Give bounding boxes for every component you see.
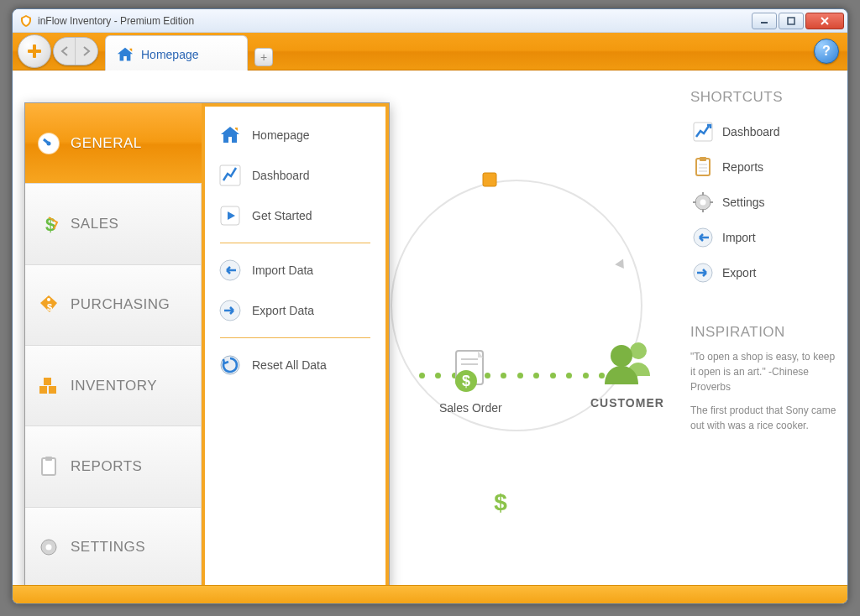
svg-point-29 — [47, 141, 51, 145]
svg-rect-1 — [788, 18, 794, 24]
menu-button[interactable] — [18, 34, 51, 68]
menu-cat-purchasing[interactable]: $ PURCHASING — [25, 265, 202, 346]
close-icon — [820, 16, 830, 26]
home-icon — [116, 46, 134, 63]
menu-item-label: Reset All Data — [252, 358, 327, 372]
shortcut-label: Import — [722, 231, 756, 244]
help-button[interactable]: ? — [814, 39, 839, 64]
shortcut-settings[interactable]: Settings — [690, 185, 837, 220]
tab-homepage[interactable]: Homepage — [105, 35, 248, 73]
menu-item-homepage[interactable]: Homepage — [208, 115, 382, 155]
diagram-node-top[interactable] — [481, 171, 500, 190]
svg-point-31 — [47, 298, 50, 301]
gear-icon — [692, 191, 714, 213]
window-controls — [750, 13, 844, 29]
svg-point-11 — [611, 345, 632, 367]
maximize-button[interactable] — [779, 13, 804, 29]
chart-arrow-icon — [218, 164, 242, 187]
plus-small-icon: + — [260, 50, 267, 64]
nav-forward-button[interactable] — [76, 38, 97, 65]
menu-cat-inventory[interactable]: INVENTORY — [25, 346, 202, 426]
inspiration-fact: The first product that Sony came out wit… — [690, 403, 837, 433]
menu-item-label: Import Data — [252, 264, 313, 277]
menu-item-label: Get Started — [252, 209, 312, 222]
inspiration-heading: INSPIRATION — [690, 324, 837, 341]
nav-buttons — [53, 37, 98, 65]
document-dollar-icon: $ — [449, 347, 491, 394]
cat-label: GENERAL — [71, 135, 142, 152]
svg-point-10 — [630, 342, 647, 359]
shortcut-export[interactable]: Export — [690, 255, 837, 290]
svg-text:$: $ — [494, 490, 507, 515]
import-icon — [218, 258, 242, 282]
maximize-icon — [787, 17, 795, 25]
svg-point-20 — [700, 200, 706, 206]
svg-text:$: $ — [462, 373, 470, 389]
menu-item-reset[interactable]: Reset All Data — [208, 345, 382, 385]
menu-categories: GENERAL $ SALES $ PURCHASING — [25, 103, 202, 585]
svg-rect-3 — [28, 50, 41, 53]
svg-rect-35 — [44, 378, 51, 385]
export-icon — [692, 262, 714, 284]
diagram-node-customer[interactable]: CUSTOMER — [590, 339, 664, 410]
svg-rect-21 — [702, 192, 704, 196]
svg-rect-22 — [702, 209, 704, 212]
plus-icon — [25, 42, 44, 60]
shortcuts-panel: SHORTCUTS Dashboard Reports Settings — [684, 70, 847, 585]
menu-item-export[interactable]: Export Data — [208, 290, 382, 331]
gear-icon — [37, 535, 60, 559]
diagram-node-bottom[interactable]: $ — [490, 490, 511, 515]
svg-point-39 — [46, 545, 52, 551]
menu-item-get-started[interactable]: Get Started — [208, 196, 382, 236]
titlebar: inFlow Inventory - Premium Edition — [13, 9, 847, 33]
add-tab-button[interactable]: + — [254, 48, 273, 66]
dollar-icon: $ — [490, 490, 511, 515]
menu-divider — [220, 337, 370, 338]
svg-rect-33 — [39, 386, 47, 394]
svg-rect-15 — [700, 157, 706, 161]
diagram-node-sales-order[interactable]: $ Sales Order — [439, 347, 502, 415]
menu-item-import[interactable]: Import Data — [208, 250, 382, 290]
main-toolbar: Homepage + ? — [13, 33, 847, 70]
shortcut-dashboard[interactable]: Dashboard — [690, 114, 837, 149]
cat-label: SALES — [71, 216, 118, 232]
main-menu-panel: GENERAL $ SALES $ PURCHASING — [24, 102, 390, 585]
minimize-button[interactable] — [752, 13, 777, 29]
boxes-icon — [37, 374, 60, 398]
clipboard-icon — [37, 455, 60, 478]
shortcut-label: Settings — [722, 196, 765, 209]
status-bar — [13, 585, 847, 603]
menu-item-dashboard[interactable]: Dashboard — [208, 155, 382, 196]
dollar-tag-icon: $ — [37, 212, 60, 236]
import-icon — [692, 227, 714, 248]
menu-cat-general[interactable]: GENERAL — [25, 103, 202, 184]
cat-label: INVENTORY — [71, 378, 157, 394]
help-icon: ? — [822, 44, 831, 59]
menu-item-label: Homepage — [252, 128, 310, 142]
svg-rect-4 — [483, 173, 496, 186]
menu-cat-reports[interactable]: REPORTS — [25, 426, 202, 507]
chevron-left-icon — [60, 46, 69, 56]
square-icon — [481, 171, 500, 190]
nav-back-button[interactable] — [54, 38, 76, 65]
menu-item-label: Dashboard — [252, 169, 310, 182]
home-icon — [218, 123, 242, 147]
close-button[interactable] — [805, 13, 844, 29]
shortcut-reports[interactable]: Reports — [690, 149, 837, 185]
shortcut-import[interactable]: Import — [690, 220, 837, 255]
reset-icon — [218, 353, 242, 377]
window-title: inFlow Inventory - Premium Edition — [38, 15, 750, 27]
svg-rect-24 — [710, 201, 713, 203]
svg-rect-34 — [49, 386, 56, 394]
content-area: $ Sales Order CUSTOMER $ ocatio — [13, 70, 847, 585]
minimize-icon — [760, 18, 768, 24]
menu-cat-sales[interactable]: $ SALES — [25, 184, 202, 264]
inspiration-quote: "To open a shop is easy, to keep it open… — [690, 349, 837, 394]
price-tag-icon: $ — [37, 293, 60, 316]
svg-text:$: $ — [45, 214, 56, 235]
menu-cat-settings[interactable]: SETTINGS — [25, 508, 202, 585]
export-icon — [218, 299, 242, 322]
customer-icon — [598, 339, 657, 389]
inspiration-section: INSPIRATION "To open a shop is easy, to … — [690, 324, 837, 433]
cat-label: SETTINGS — [71, 539, 145, 556]
